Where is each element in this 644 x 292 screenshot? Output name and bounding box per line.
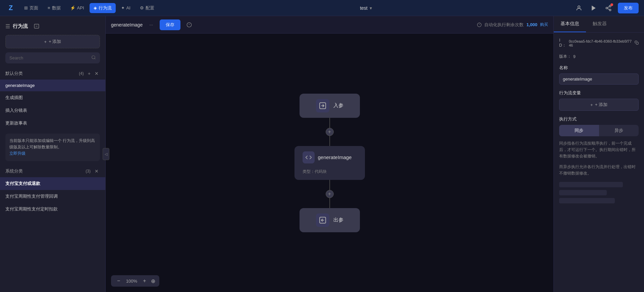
panel-name-field: 名称	[559, 65, 639, 85]
project-name: test	[360, 5, 368, 11]
sidebar-collapse-handle[interactable]: ◁	[103, 148, 109, 160]
svg-point-3	[606, 7, 608, 9]
collapse-category-btn[interactable]: ✕	[93, 70, 100, 77]
panel-var-field: 行为流变量 + + 添加	[559, 90, 639, 111]
nav-item-data[interactable]: ≡ 数据	[44, 3, 65, 13]
upgrade-link[interactable]: 立即升级	[9, 151, 25, 156]
flow-item-更新故事表[interactable]: 更新故事表	[0, 117, 105, 130]
exec-count: 1,000	[526, 22, 537, 27]
exec-mode-async-btn[interactable]: 异步	[599, 125, 639, 136]
placeholder-bar-3	[559, 198, 615, 203]
canvas-area: generateImage ··· 保存 自动化执行剩余次数 1,000 购买	[106, 16, 553, 292]
zoom-in-btn[interactable]: +	[141, 277, 148, 285]
entry-node[interactable]: 入参	[300, 94, 360, 118]
behavior-icon: ◈	[94, 5, 97, 10]
flow-item-周期性支付定时扣款[interactable]: 支付宝周期性支付定时扣款	[0, 203, 105, 215]
panel-exec-mode-field: 执行方式 同步 异步 同步指各行为流按顺序执行，前一个完成后，才可运行下一个。执…	[559, 116, 639, 177]
ai-icon: ✦	[121, 5, 125, 10]
exec-mode-section-title: 执行方式	[559, 116, 639, 122]
system-category-actions: ✕	[93, 168, 100, 175]
main-node[interactable]: generateImage 类型：代码块	[294, 146, 365, 180]
nav-item-behavior[interactable]: ◈ 行为流	[90, 3, 116, 13]
nav-label-behavior: 行为流	[99, 5, 112, 11]
version-value: 9	[573, 54, 576, 59]
add-node-btn-2[interactable]: +	[326, 190, 334, 198]
flow-item-插入分镜表[interactable]: 插入分镜表	[0, 104, 105, 117]
svg-marker-1	[592, 5, 596, 10]
canvas-more-btn[interactable]: ···	[147, 21, 156, 29]
category-actions: + ✕	[87, 70, 100, 77]
svg-line-10	[95, 58, 96, 59]
canvas-toolbar: generateImage ··· 保存 自动化执行剩余次数 1,000 购买	[106, 16, 553, 34]
flow-item-生成插图[interactable]: 生成插图	[0, 91, 105, 104]
exec-mode-sync-btn[interactable]: 同步	[559, 125, 599, 136]
zoom-reset-btn[interactable]: ⊕	[151, 278, 155, 284]
nav-label-ai: AI	[126, 5, 130, 10]
panel-id-value: ID： 0cc0eaa5-fdc7-4b46-8360-fb33eb5f7746	[559, 38, 639, 48]
add-category-btn[interactable]: +	[87, 70, 92, 77]
tab-trigger[interactable]: 触发器	[586, 16, 613, 32]
flow-item-支付宝支付或退款[interactable]: 支付宝支付或退款	[0, 177, 105, 190]
exec-info-text: 自动化执行剩余次数	[484, 22, 524, 28]
tab-basic-info[interactable]: 基本信息	[554, 16, 586, 32]
name-input[interactable]	[559, 74, 639, 85]
flow-item-周期性支付管理回调[interactable]: 支付宝周期性支付管理回调	[0, 190, 105, 203]
panel-id-field: ID： 0cc0eaa5-fdc7-4b46-8360-fb33eb5f7746	[559, 38, 639, 48]
panel-version-field: 版本： 9	[559, 54, 639, 59]
sidebar-header: ☰ 行为流	[0, 16, 105, 35]
default-category-header[interactable]: 默认分类 (4) + ✕	[0, 67, 105, 80]
play-icon-btn[interactable]	[588, 3, 599, 13]
panel-placeholder-bars	[559, 182, 639, 203]
add-var-label: + 添加	[595, 102, 607, 108]
search-input[interactable]	[9, 55, 89, 60]
publish-button[interactable]: 发布	[618, 3, 639, 13]
user-icon-btn[interactable]	[574, 3, 584, 13]
nav-label-pages: 页面	[30, 5, 38, 11]
buy-button[interactable]: 购买	[540, 22, 548, 28]
main-layout: ☰ 行为流 + + 添加 默认分类 (4) + ✕ generateImage	[0, 16, 644, 292]
api-icon: ⚡	[70, 5, 75, 10]
right-panel-body: ID： 0cc0eaa5-fdc7-4b46-8360-fb33eb5f7746…	[554, 33, 644, 292]
nav-item-settings[interactable]: ⚙ 配置	[136, 3, 158, 13]
svg-point-0	[578, 6, 580, 8]
connector-line-3	[329, 180, 330, 190]
zoom-controls: − 100% + ⊕	[111, 275, 159, 287]
entry-node-label: 入参	[333, 102, 343, 109]
right-panel-tabs: 基本信息 触发器	[554, 16, 644, 33]
main-node-type: 类型：代码块	[303, 169, 327, 175]
add-flow-button[interactable]: + + 添加	[5, 35, 100, 48]
add-node-btn-1[interactable]: +	[326, 128, 334, 136]
sidebar-title: 行为流	[13, 23, 28, 30]
nav-item-api[interactable]: ⚡ API	[66, 3, 88, 12]
sync-desc: 同步指各行为流按顺序执行，前一个完成后，才可运行下一个。执行期间出错时，所有数据…	[559, 140, 639, 160]
id-label: ID：	[559, 38, 567, 48]
system-category-title: 系统分类	[5, 168, 86, 174]
system-category-count: (3)	[86, 169, 91, 174]
code-node-header: generateImage	[303, 151, 352, 163]
data-icon: ≡	[48, 5, 50, 10]
plus-icon: +	[44, 39, 47, 44]
nav-item-ai[interactable]: ✦ AI	[117, 3, 135, 12]
info-button[interactable]	[184, 20, 194, 30]
add-var-button[interactable]: + + 添加	[559, 99, 639, 111]
sidebar-info-btn[interactable]	[32, 21, 41, 31]
system-category-header[interactable]: 系统分类 (3) ✕	[0, 165, 105, 177]
flow-nodes: 入参 + generateImage 类型：代码块	[294, 94, 365, 232]
collapse-system-btn[interactable]: ✕	[93, 168, 100, 175]
default-category-title: 默认分类	[5, 70, 79, 77]
nav-label-api: API	[77, 5, 84, 10]
zoom-out-btn[interactable]: −	[115, 277, 122, 285]
share-icon-btn[interactable]	[603, 3, 614, 13]
project-title[interactable]: test ▾	[360, 5, 372, 11]
connector-2: +	[326, 180, 334, 208]
flow-item-generateImage[interactable]: generateImage	[0, 80, 105, 91]
plus-icon: +	[590, 102, 593, 107]
exit-node[interactable]: 出参	[300, 208, 360, 232]
connector-line-1	[329, 118, 330, 128]
code-node-icon	[303, 151, 315, 163]
nav-item-pages[interactable]: ⊞ 页面	[20, 3, 42, 13]
copy-icon[interactable]	[635, 41, 639, 46]
connector-line-4	[329, 198, 330, 208]
entry-node-icon	[316, 99, 329, 112]
save-button[interactable]: 保存	[160, 19, 180, 30]
